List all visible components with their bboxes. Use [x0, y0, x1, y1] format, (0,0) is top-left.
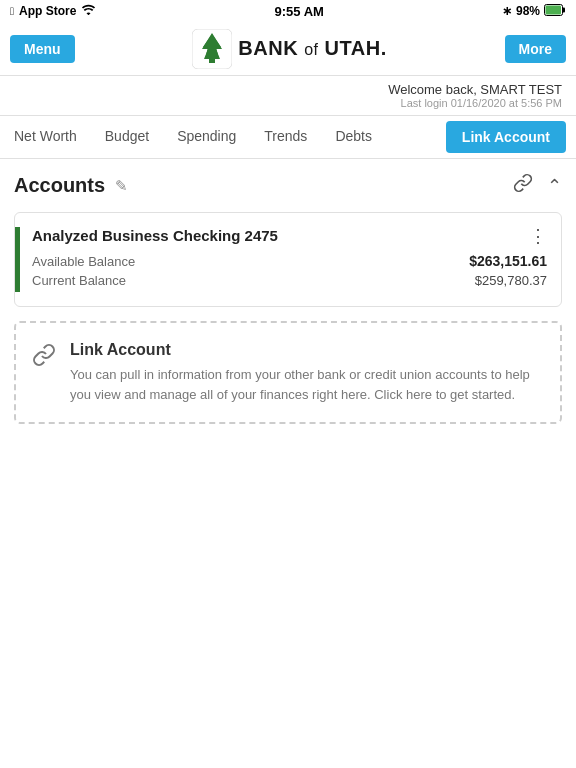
- account-name: Analyzed Business Checking 2475: [32, 227, 278, 244]
- apple-icon: : [10, 5, 14, 17]
- more-button[interactable]: More: [505, 35, 566, 63]
- tab-trends[interactable]: Trends: [250, 116, 321, 158]
- welcome-bar: Welcome back, SMART TEST Last login 01/1…: [0, 76, 576, 116]
- menu-button[interactable]: Menu: [10, 35, 75, 63]
- account-card-bar: [15, 227, 20, 292]
- available-balance-amount: $263,151.61: [469, 253, 547, 269]
- available-balance-row: Available Balance $263,151.61: [32, 253, 547, 269]
- status-bar:  App Store 9:55 AM ∗ 98%: [0, 0, 576, 22]
- accounts-section: Accounts ✎ ⌃ Analyzed Business Checking …: [0, 159, 576, 434]
- current-balance-row: Current Balance $259,780.37: [32, 273, 547, 288]
- logo-text: BANK of UTAH.: [238, 37, 386, 60]
- accounts-title: Accounts: [14, 174, 105, 197]
- svg-rect-2: [546, 5, 562, 14]
- account-card[interactable]: Analyzed Business Checking 2475 ⋮ Availa…: [14, 212, 562, 307]
- battery-percent: 98%: [516, 4, 540, 18]
- accounts-title-row: Accounts ✎: [14, 174, 128, 197]
- tab-budget[interactable]: Budget: [91, 116, 163, 158]
- link-account-card-desc: You can pull in information from your ot…: [70, 365, 544, 404]
- tab-debts[interactable]: Debts: [321, 116, 386, 158]
- top-nav: Menu BANK of UTAH. More: [0, 22, 576, 76]
- link-account-card-label: Link Account: [70, 341, 544, 359]
- wifi-icon: [81, 4, 96, 18]
- welcome-text: Welcome back, SMART TEST: [14, 82, 562, 97]
- logo-icon: [192, 29, 232, 69]
- account-card-content: Analyzed Business Checking 2475 ⋮ Availa…: [32, 227, 547, 292]
- status-time: 9:55 AM: [274, 4, 323, 19]
- link-account-card[interactable]: Link Account You can pull in information…: [14, 321, 562, 424]
- edit-icon[interactable]: ✎: [115, 177, 128, 195]
- bank-logo: BANK of UTAH.: [192, 29, 386, 69]
- link-account-card-icon: [32, 343, 56, 373]
- status-right: ∗ 98%: [502, 4, 566, 19]
- accounts-header: Accounts ✎ ⌃: [14, 173, 562, 198]
- tab-spending[interactable]: Spending: [163, 116, 250, 158]
- svg-rect-8: [209, 59, 215, 63]
- app-store-label: App Store: [19, 4, 76, 18]
- current-balance-amount: $259,780.37: [475, 273, 547, 288]
- account-menu-icon[interactable]: ⋮: [529, 227, 547, 245]
- bluetooth-icon: ∗: [502, 4, 512, 18]
- link-account-text-section: Link Account You can pull in information…: [70, 341, 544, 404]
- chevron-up-icon[interactable]: ⌃: [547, 175, 562, 197]
- accounts-actions: ⌃: [513, 173, 562, 198]
- link-account-header-button[interactable]: Link Account: [446, 121, 566, 153]
- nav-tabs: Net Worth Budget Spending Trends Debts L…: [0, 116, 576, 159]
- tab-net-worth[interactable]: Net Worth: [10, 116, 91, 158]
- status-left:  App Store: [10, 4, 96, 18]
- account-card-header: Analyzed Business Checking 2475 ⋮: [32, 227, 547, 245]
- link-icon[interactable]: [513, 173, 533, 198]
- current-balance-label: Current Balance: [32, 273, 126, 288]
- last-login-text: Last login 01/16/2020 at 5:56 PM: [14, 97, 562, 109]
- available-balance-label: Available Balance: [32, 254, 135, 269]
- battery-icon: [544, 4, 566, 19]
